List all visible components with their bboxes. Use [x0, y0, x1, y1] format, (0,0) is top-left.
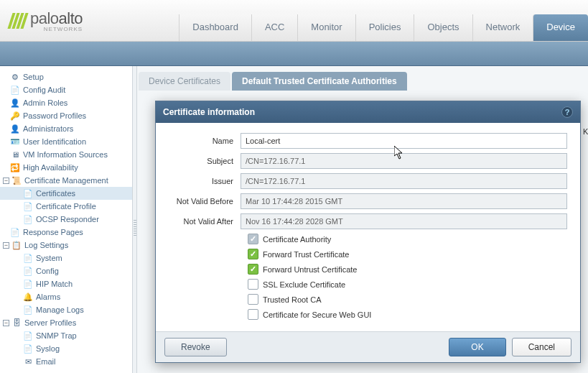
help-icon[interactable]: ? — [561, 106, 573, 118]
checkbox-secure-web[interactable] — [248, 309, 258, 320]
sidebar-item-ocsp[interactable]: 📄OCSP Responder — [0, 213, 132, 226]
brand-sub: NETWORKS — [32, 26, 83, 32]
label-fwd-untrust: Forward Untrust Certificate — [263, 265, 357, 274]
hip-icon: 📄 — [23, 279, 33, 289]
issuer-input — [241, 173, 567, 189]
top-nav: Dashboard ACC Monitor Policies Objects N… — [179, 14, 588, 41]
brand-name-1: palo — [30, 9, 59, 27]
tab-network[interactable]: Network — [472, 14, 533, 41]
tab-trusted-ca[interactable]: Default Trusted Certificate Authorities — [232, 72, 407, 91]
sidebar-item-response-pages[interactable]: 📄Response Pages — [0, 226, 132, 239]
sidebar-item-config[interactable]: 📄Config — [0, 264, 132, 277]
email-icon: ✉ — [23, 356, 33, 367]
server-icon: 🗄 — [11, 318, 22, 328]
label-ca: Certificate Authority — [263, 235, 331, 244]
checkbox-trusted-root[interactable] — [248, 294, 258, 305]
sidebar-item-email[interactable]: ✉Email — [0, 355, 132, 368]
logs-icon: 📄 — [23, 305, 33, 315]
log-icon: 📋 — [11, 240, 22, 250]
sidebar-item-cert-mgmt[interactable]: −📜Certificate Management — [0, 174, 132, 187]
collapse-icon[interactable]: − — [3, 178, 9, 184]
checkbox-fwd-untrust[interactable] — [248, 264, 258, 275]
cert-icon: 📜 — [11, 175, 22, 185]
app-header: paloalto NETWORKS Dashboard ACC Monitor … — [0, 0, 588, 42]
tab-dashboard[interactable]: Dashboard — [179, 14, 251, 41]
page-icon: 📄 — [10, 227, 20, 237]
monitor-icon: 🖥 — [10, 149, 20, 160]
user-icon: 👤 — [10, 124, 20, 134]
ha-icon: 🔁 — [10, 162, 20, 172]
brand-logo: paloalto NETWORKS — [0, 9, 93, 32]
sidebar-item-log-settings[interactable]: −📋Log Settings — [0, 239, 132, 252]
label-issuer: Issuer — [169, 177, 241, 185]
cfg-icon: 📄 — [23, 266, 33, 276]
not-valid-after-input — [241, 213, 567, 229]
profile-icon: 📄 — [23, 201, 33, 211]
sidebar-item-alarms[interactable]: 🔔Alarms — [0, 290, 132, 303]
revoke-button[interactable]: Revoke — [164, 338, 227, 356]
label-trusted-root: Trusted Root CA — [263, 295, 322, 304]
cancel-button[interactable]: Cancel — [512, 338, 571, 356]
not-valid-before-input — [241, 193, 567, 209]
sidebar-item-server-profiles[interactable]: −🗄Server Profiles — [0, 316, 132, 329]
sidebar-item-cert-profile[interactable]: 📄Certificate Profile — [0, 200, 132, 213]
dialog-title: Certificate information — [163, 107, 255, 117]
sub-header-bar — [0, 42, 588, 66]
sidebar-item-hip-match[interactable]: 📄HIP Match — [0, 277, 132, 290]
column-fragment: Ke — [583, 127, 588, 136]
collapse-icon[interactable]: − — [3, 320, 9, 326]
sidebar-item-system[interactable]: 📄System — [0, 252, 132, 264]
tab-objects[interactable]: Objects — [414, 14, 472, 41]
syslog-icon: 📄 — [23, 344, 33, 354]
label-name: Name — [169, 137, 241, 145]
id-icon: 🪪 — [10, 137, 20, 147]
sidebar-item-password-profiles[interactable]: 🔑Password Profiles — [0, 109, 132, 122]
label-ssl-exclude: SSL Exclude Certificate — [263, 280, 345, 289]
collapse-icon[interactable]: − — [3, 242, 9, 249]
doc-icon: 📄 — [10, 85, 20, 95]
label-fwd-trust: Forward Trust Certificate — [263, 250, 349, 259]
sidebar-item-manage-logs[interactable]: 📄Manage Logs — [0, 303, 132, 316]
sidebar-tree: ⚙Setup 📄Config Audit 👤Admin Roles 🔑Passw… — [0, 66, 133, 373]
sidebar-item-admin-roles[interactable]: 👤Admin Roles — [0, 96, 132, 109]
checkbox-fwd-trust[interactable] — [248, 249, 258, 259]
sys-icon: 📄 — [23, 253, 33, 263]
sidebar-item-vm-info[interactable]: 🖥VM Information Sources — [0, 148, 132, 161]
certificate-info-dialog: Certificate information ? Name Subject I… — [155, 101, 581, 363]
sidebar-item-ha[interactable]: 🔁High Availability — [0, 161, 132, 174]
tab-policies[interactable]: Policies — [355, 14, 414, 41]
sidebar-item-snmp[interactable]: 📄SNMP Trap — [0, 329, 132, 342]
tab-device[interactable]: Device — [533, 14, 588, 41]
gear-icon: ⚙ — [10, 72, 20, 82]
tab-device-certificates[interactable]: Device Certificates — [139, 72, 230, 91]
sidebar-item-user-id[interactable]: 🪪User Identification — [0, 135, 132, 148]
checkbox-ssl-exclude[interactable] — [248, 279, 258, 290]
snmp-icon: 📄 — [23, 331, 33, 341]
subject-input — [241, 153, 567, 169]
tab-acc[interactable]: ACC — [251, 14, 297, 41]
brand-name-2: alto — [59, 9, 83, 27]
label-nva: Not Valid After — [169, 217, 241, 226]
logo-mark-icon — [10, 13, 26, 29]
alarm-icon: 🔔 — [23, 292, 33, 302]
key-icon: 🔑 — [10, 111, 20, 121]
ok-button[interactable]: OK — [449, 338, 505, 356]
sidebar-item-administrators[interactable]: 👤Administrators — [0, 122, 132, 135]
sidebar-item-syslog[interactable]: 📄Syslog — [0, 342, 132, 355]
name-input[interactable] — [241, 133, 567, 149]
splitter-handle[interactable] — [133, 66, 137, 373]
checkbox-ca — [248, 234, 258, 244]
label-nvb: Not Valid Before — [169, 197, 241, 206]
label-secure-web: Certificate for Secure Web GUI — [263, 310, 371, 319]
tab-monitor[interactable]: Monitor — [297, 14, 355, 41]
content-tabs: Device Certificates Default Trusted Cert… — [139, 72, 588, 91]
label-subject: Subject — [169, 157, 241, 165]
sidebar-item-config-audit[interactable]: 📄Config Audit — [0, 83, 132, 96]
sidebar-item-certificates[interactable]: 📄Certificates — [0, 187, 132, 200]
cert-icon: 📄 — [23, 188, 33, 198]
sidebar-item-setup[interactable]: ⚙Setup — [0, 70, 132, 83]
ocsp-icon: 📄 — [23, 214, 33, 224]
user-icon: 👤 — [10, 98, 20, 108]
dialog-header[interactable]: Certificate information ? — [156, 101, 580, 123]
